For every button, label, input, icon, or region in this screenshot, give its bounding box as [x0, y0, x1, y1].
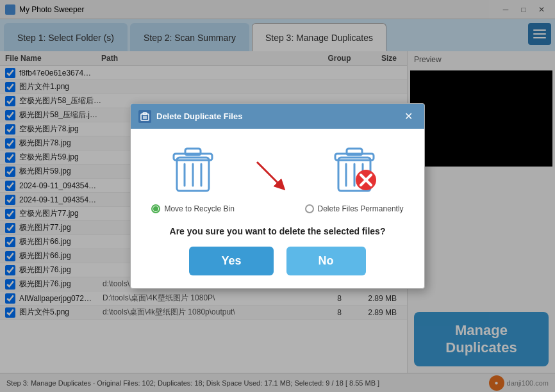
arrow-area [251, 142, 289, 213]
no-button[interactable]: No [286, 247, 366, 275]
recycle-radio[interactable]: Move to Recycle Bin [151, 204, 234, 213]
modal-question: Are you sure you want to delete the sele… [144, 226, 411, 236]
modal-close-button[interactable]: ✕ [401, 109, 417, 124]
modal-options: Move to Recycle Bin [144, 142, 411, 213]
permanent-trash-icon [326, 142, 383, 199]
modal-header: Delete Duplicate Files ✕ [131, 104, 424, 129]
modal-body: Move to Recycle Bin [131, 129, 424, 288]
modal-header-icon [138, 110, 151, 123]
modal-buttons: Yes No [144, 247, 411, 275]
yes-button[interactable]: Yes [189, 247, 273, 275]
delete-dialog: Delete Duplicate Files ✕ [130, 103, 425, 289]
permanent-delete-option[interactable]: Delete Files Permanently [305, 142, 404, 213]
svg-rect-15 [347, 149, 362, 155]
arrow-icon [251, 156, 289, 194]
recycle-radio-dot [151, 204, 160, 213]
recycle-trash-icon [164, 142, 222, 199]
modal-title: Delete Duplicate Files [156, 111, 242, 121]
permanent-radio-dot [305, 204, 314, 213]
modal-overlay: Delete Duplicate Files ✕ [0, 0, 555, 392]
permanent-radio[interactable]: Delete Files Permanently [305, 204, 404, 213]
svg-line-12 [257, 162, 281, 186]
recycle-option[interactable]: Move to Recycle Bin [151, 142, 234, 213]
svg-rect-7 [185, 149, 201, 155]
